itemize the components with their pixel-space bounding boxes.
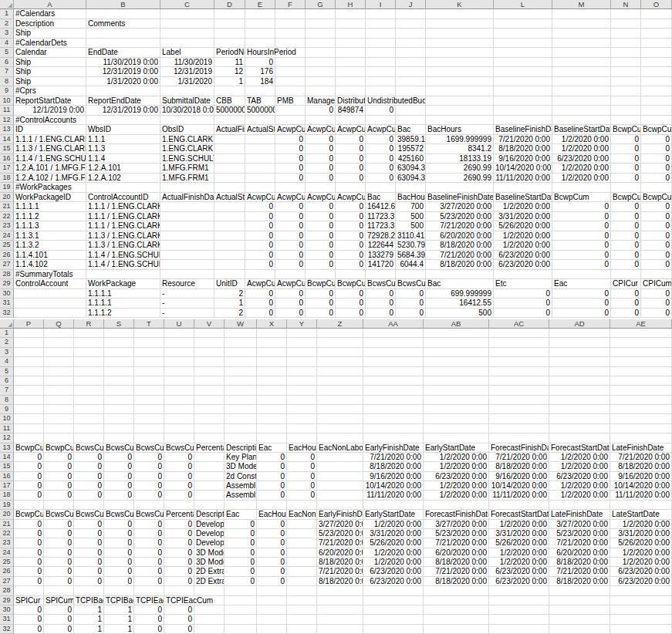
top-row-header-30[interactable]: 30 xyxy=(0,289,14,299)
cell-O10[interactable] xyxy=(641,96,672,106)
cell-R31[interactable]: 1 xyxy=(74,615,104,624)
cell-O19[interactable] xyxy=(641,183,672,193)
cell-I10[interactable]: UndistributedBudget xyxy=(366,96,426,106)
cell-A9[interactable]: #Cprs xyxy=(14,86,86,96)
cell-AD14[interactable]: 1/2/2020 0:00 xyxy=(549,453,610,462)
cell-Z5[interactable] xyxy=(317,367,363,376)
cell-I21[interactable]: 16412.6 xyxy=(366,202,396,212)
cell-A26[interactable]: 1.1.4.101 xyxy=(14,251,86,261)
cell-S16[interactable]: 0 xyxy=(104,472,134,481)
cell-K9[interactable] xyxy=(426,86,494,96)
cell-T2[interactable] xyxy=(134,338,164,347)
cell-X27[interactable]: 0 xyxy=(257,577,287,586)
cell-AA24[interactable]: 1/2/2020 0:00 xyxy=(363,548,424,558)
cell-B20[interactable]: ControlAccountID xyxy=(86,193,160,203)
cell-M20[interactable]: BcwpCum xyxy=(552,193,611,203)
cell-M2[interactable] xyxy=(552,19,611,29)
cell-AD23[interactable]: 7/21/2020 0:00 xyxy=(549,538,610,548)
cell-N18[interactable]: 0 xyxy=(611,174,641,184)
cell-T21[interactable]: 0 xyxy=(134,520,164,529)
cell-J21[interactable]: 700 xyxy=(396,202,426,212)
cell-O24[interactable]: 0 xyxy=(641,231,672,241)
top-row-header-11[interactable]: 11 xyxy=(0,106,14,116)
cell-O23[interactable]: 0 xyxy=(641,221,672,231)
cell-N17[interactable]: 0 xyxy=(611,164,641,174)
cell-W9[interactable] xyxy=(225,405,257,414)
cell-D13[interactable]: ActualFir xyxy=(214,125,245,135)
cell-N3[interactable] xyxy=(611,29,641,39)
cell-K23[interactable]: 7/21/2020 0:00 xyxy=(426,221,494,231)
cell-E12[interactable] xyxy=(245,116,275,126)
cell-O5[interactable] xyxy=(641,48,672,58)
cell-I23[interactable]: 11723.3 xyxy=(366,221,396,231)
cell-U21[interactable]: 0 xyxy=(164,520,194,529)
cell-N21[interactable]: 0 xyxy=(611,202,641,212)
cell-G5[interactable] xyxy=(306,48,336,58)
cell-AE17[interactable]: 10/14/2020 0:00 xyxy=(610,481,672,491)
cell-M19[interactable] xyxy=(552,183,611,193)
cell-D11[interactable]: 5000000 xyxy=(214,106,245,116)
cell-U26[interactable]: 0 xyxy=(164,567,194,576)
cell-AE3[interactable] xyxy=(610,348,672,357)
cell-R4[interactable] xyxy=(74,357,104,366)
cell-K18[interactable]: 2690.99 xyxy=(426,174,494,184)
cell-F31[interactable]: 0 xyxy=(275,298,306,309)
cell-J30[interactable]: 0 xyxy=(396,289,426,299)
cell-H26[interactable]: 0 xyxy=(336,251,366,261)
cell-J16[interactable]: 425160 xyxy=(396,154,426,164)
cell-E26[interactable]: 0 xyxy=(245,251,275,261)
cell-AB25[interactable]: 8/18/2020 0:00 xyxy=(424,558,489,567)
cell-AE14[interactable]: 7/21/2020 0:00 xyxy=(610,453,672,462)
cell-AD13[interactable]: ForecastStartDate xyxy=(549,443,610,453)
cell-Y22[interactable] xyxy=(287,529,317,538)
bottom-row-header-20[interactable]: 20 xyxy=(0,510,14,519)
cell-AC30[interactable] xyxy=(489,605,549,615)
cell-I1[interactable] xyxy=(366,9,396,19)
cell-AE5[interactable] xyxy=(610,367,672,376)
cell-P26[interactable]: 0 xyxy=(14,567,44,576)
cell-F9[interactable] xyxy=(275,86,306,96)
cell-V31[interactable] xyxy=(194,615,225,624)
cell-G9[interactable] xyxy=(306,86,336,96)
cell-O6[interactable] xyxy=(641,58,672,68)
cell-C19[interactable] xyxy=(160,183,214,193)
cell-D26[interactable] xyxy=(214,251,245,261)
cell-R22[interactable]: 0 xyxy=(74,529,104,538)
cell-M26[interactable]: 0 xyxy=(552,251,611,261)
cell-I9[interactable] xyxy=(366,86,396,96)
cell-O28[interactable] xyxy=(641,270,672,280)
bottom-select-all-corner[interactable] xyxy=(0,319,14,329)
cell-R1[interactable] xyxy=(74,329,104,338)
cell-Q2[interactable] xyxy=(44,338,74,347)
cell-D31[interactable]: 1 xyxy=(214,298,245,309)
cell-W14[interactable]: Key Plans xyxy=(225,453,257,462)
cell-Y20[interactable]: EacNonLa xyxy=(287,510,317,519)
cell-T6[interactable] xyxy=(134,376,164,386)
cell-N6[interactable] xyxy=(611,58,641,68)
cell-C4[interactable] xyxy=(160,39,214,49)
cell-F11[interactable] xyxy=(275,106,306,116)
cell-H2[interactable] xyxy=(336,19,366,29)
cell-P8[interactable] xyxy=(14,396,44,405)
cell-AC1[interactable] xyxy=(489,329,549,338)
cell-X1[interactable] xyxy=(257,329,287,338)
bottom-row-header-3[interactable]: 3 xyxy=(0,348,14,357)
cell-J1[interactable] xyxy=(396,9,426,19)
cell-Q15[interactable]: 0 xyxy=(44,462,74,471)
cell-J31[interactable]: 0 xyxy=(396,298,426,309)
cell-B18[interactable]: 1.2.A.102 xyxy=(86,174,160,184)
cell-Z7[interactable] xyxy=(317,386,363,395)
cell-L25[interactable]: 1/2/2020 0:00 xyxy=(494,241,552,251)
top-row-header-31[interactable]: 31 xyxy=(0,298,14,309)
cell-G6[interactable] xyxy=(306,58,336,68)
cell-C27[interactable] xyxy=(160,260,214,270)
cell-M15[interactable]: 1/2/2020 0:00 xyxy=(552,144,611,154)
cell-M14[interactable]: 1/2/2020 0:00 xyxy=(552,135,611,145)
cell-T30[interactable]: 0 xyxy=(134,605,164,615)
cell-E4[interactable] xyxy=(245,39,275,49)
cell-AE2[interactable] xyxy=(610,338,672,347)
cell-R12[interactable] xyxy=(74,433,104,443)
cell-Q6[interactable] xyxy=(44,376,74,386)
cell-B21[interactable]: 1.1.1 / 1.ENG.CLARK xyxy=(86,202,160,212)
cell-W31[interactable] xyxy=(225,615,257,624)
